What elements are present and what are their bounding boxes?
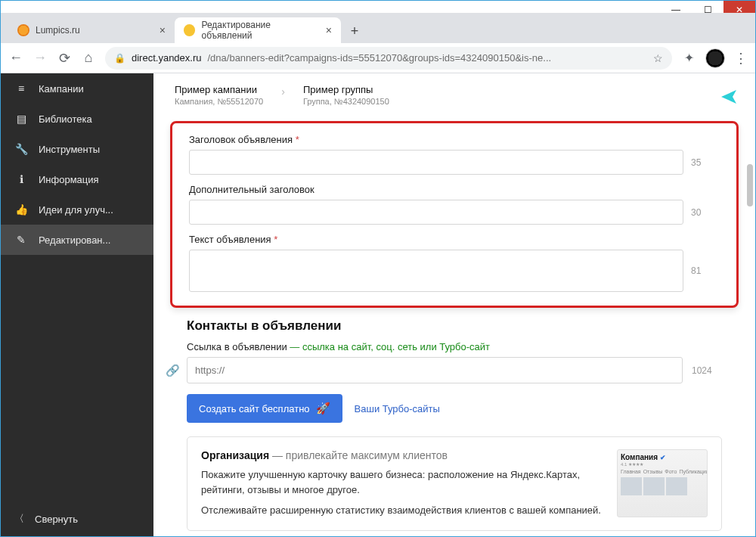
- body-row: Текст объявления * 81: [189, 234, 720, 292]
- breadcrumb-group[interactable]: Пример группы Группа, №4324090150: [303, 84, 389, 106]
- favicon-icon: [17, 24, 29, 36]
- contacts-heading: Контакты в объявлении: [187, 318, 722, 334]
- sidebar-item-label: Кампании: [39, 83, 84, 95]
- tab-strip: Lumpics.ru × Редактирование объявлений ×…: [1, 13, 755, 43]
- headline-label: Заголовок объявления *: [189, 134, 720, 145]
- breadcrumb-campaign[interactable]: Пример кампании Кампания, №55512070: [175, 84, 263, 106]
- tab-editing[interactable]: Редактирование объявлений ×: [175, 17, 341, 43]
- profile-avatar[interactable]: [705, 48, 725, 68]
- wrench-icon: 🔧: [14, 143, 28, 155]
- sidebar-item-library[interactable]: ▤ Библиотека: [1, 104, 153, 134]
- breadcrumb: Пример кампании Кампания, №55512070 › Пр…: [153, 73, 755, 118]
- url-counter: 1024: [692, 365, 722, 376]
- favicon-icon: [184, 24, 195, 36]
- headline-counter: 35: [691, 157, 720, 168]
- close-icon[interactable]: ×: [160, 24, 166, 36]
- subhead-counter: 30: [691, 207, 720, 218]
- forward-icon[interactable]: →: [33, 50, 48, 66]
- app-body: ≡ Кампании ▤ Библиотека 🔧 Инструменты ℹ …: [1, 73, 755, 536]
- lock-icon: 🔒: [114, 53, 125, 64]
- tab-title: Редактирование объявлений: [201, 20, 319, 41]
- list-icon: ≡: [14, 82, 28, 95]
- reload-icon[interactable]: ⟳: [57, 50, 72, 67]
- org-desc-1: Покажите улучшенную карточку вашего бизн…: [201, 467, 603, 497]
- ad-text-form: Заголовок объявления * 35 Дополнительный…: [170, 121, 739, 308]
- tab-title: Lumpics.ru: [36, 25, 80, 36]
- back-icon[interactable]: ←: [8, 50, 23, 66]
- sidebar-item-label: Идеи для улуч...: [39, 204, 113, 216]
- bookmark-icon[interactable]: ☆: [653, 52, 663, 64]
- home-icon[interactable]: ⌂: [81, 50, 96, 66]
- button-row: Создать сайт бесплатно 🚀 Ваши Турбо-сайт…: [187, 394, 722, 423]
- link-label: Ссылка в объявлении — ссылка на сайт, со…: [187, 341, 722, 352]
- library-icon: ▤: [14, 113, 28, 125]
- subhead-input[interactable]: [189, 200, 683, 225]
- collapse-label: Свернуть: [35, 514, 78, 525]
- main-content: Пример кампании Кампания, №55512070 › Пр…: [153, 73, 755, 536]
- org-title: Организация — привлекайте максимум клиен…: [201, 449, 603, 461]
- address-field[interactable]: 🔒 direct.yandex.ru/dna/banners-edit?camp…: [105, 47, 672, 70]
- subhead-label: Дополнительный заголовок: [189, 184, 720, 195]
- breadcrumb-sub: Группа, №4324090150: [303, 97, 389, 106]
- sidebar-item-label: Библиотека: [39, 113, 92, 125]
- close-icon[interactable]: ×: [326, 24, 332, 36]
- pencil-icon: ✎: [14, 234, 28, 246]
- organization-card: Организация — привлекайте максимум клиен…: [187, 436, 722, 531]
- send-button[interactable]: [716, 84, 742, 110]
- sidebar-item-campaigns[interactable]: ≡ Кампании: [1, 73, 153, 104]
- url-input[interactable]: [187, 357, 683, 383]
- chevron-left-icon: 〈: [14, 512, 24, 526]
- sidebar-item-label: Инструменты: [39, 144, 100, 155]
- body-textarea[interactable]: [189, 250, 683, 292]
- scrollbar-thumb[interactable]: [747, 164, 753, 206]
- browser-window: — ☐ ✕ Lumpics.ru × Редактирование объявл…: [0, 0, 756, 537]
- turbo-sites-link[interactable]: Ваши Турбо-сайты: [355, 403, 440, 414]
- info-icon: ℹ: [14, 173, 28, 185]
- sidebar-item-tools[interactable]: 🔧 Инструменты: [1, 134, 153, 164]
- sidebar-collapse[interactable]: 〈 Свернуть: [1, 501, 153, 536]
- sidebar: ≡ Кампании ▤ Библиотека 🔧 Инструменты ℹ …: [1, 73, 153, 536]
- headline-row: Заголовок объявления * 35: [189, 134, 720, 175]
- rocket-icon: 🚀: [316, 402, 330, 415]
- headline-input[interactable]: [189, 150, 683, 175]
- contacts-section: Контакты в объявлении Ссылка в объявлени…: [153, 318, 755, 536]
- extensions-icon[interactable]: ✦: [681, 51, 696, 65]
- sidebar-item-editing[interactable]: ✎ Редактирован...: [1, 225, 153, 255]
- send-icon: [720, 88, 738, 106]
- thumbs-up-icon: 👍: [14, 203, 28, 216]
- verified-icon: ✔: [660, 454, 666, 461]
- menu-icon[interactable]: ⋮: [734, 50, 748, 67]
- org-desc-2: Отслеживайте расширенную статистику взаи…: [201, 503, 603, 518]
- breadcrumb-title: Пример группы: [303, 84, 389, 95]
- body-label: Текст объявления *: [189, 234, 720, 245]
- body-counter: 81: [691, 265, 720, 276]
- link-row: Ссылка в объявлении — ссылка на сайт, со…: [187, 341, 722, 383]
- create-site-button[interactable]: Создать сайт бесплатно 🚀: [187, 394, 342, 423]
- breadcrumb-title: Пример кампании: [175, 84, 263, 95]
- sidebar-item-label: Редактирован...: [39, 234, 110, 246]
- sidebar-item-info[interactable]: ℹ Информация: [1, 164, 153, 194]
- sidebar-item-label: Информация: [39, 174, 99, 185]
- new-tab-button[interactable]: +: [344, 20, 365, 42]
- url-domain: direct.yandex.ru: [132, 52, 202, 64]
- link-icon: 🔗: [166, 364, 178, 377]
- tab-lumpics[interactable]: Lumpics.ru ×: [8, 17, 175, 43]
- breadcrumb-sub: Кампания, №55512070: [175, 97, 263, 106]
- button-label: Создать сайт бесплатно: [199, 403, 310, 414]
- url-bar: ← → ⟳ ⌂ 🔒 direct.yandex.ru/dna/banners-e…: [1, 43, 755, 73]
- url-path: /dna/banners-edit?campaigns-ids=55512070…: [208, 52, 552, 64]
- subhead-row: Дополнительный заголовок 30: [189, 184, 720, 225]
- org-preview: Компания ✔ 4.1 ★★★★ ГлавнаяОтзывыФотоПуб…: [617, 449, 708, 517]
- sidebar-item-ideas[interactable]: 👍 Идеи для улуч...: [1, 194, 153, 225]
- chevron-right-icon: ›: [281, 84, 285, 98]
